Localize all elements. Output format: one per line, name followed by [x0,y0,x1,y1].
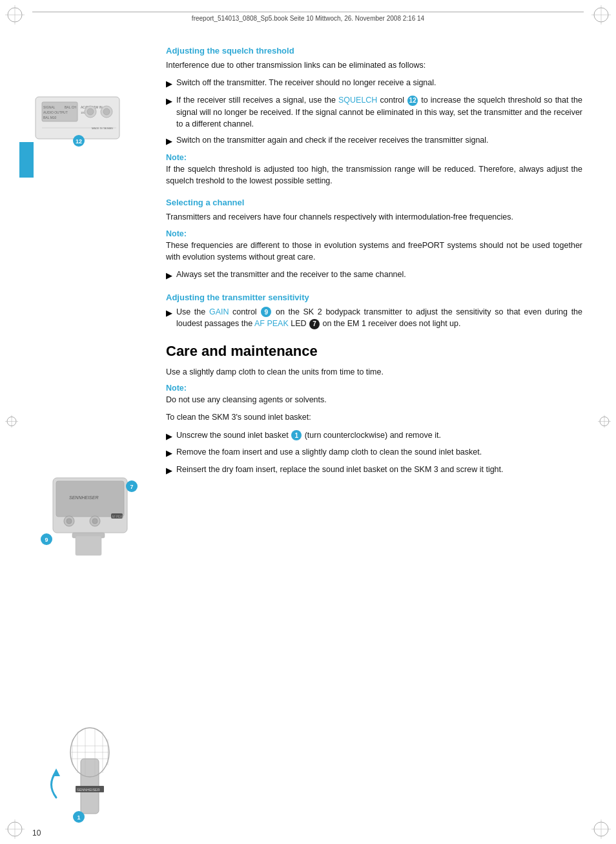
page-number: 10 [32,829,41,838]
svg-marker-62 [52,768,60,776]
bullet-arrow-care-1: ▶ [166,430,172,443]
afpeak-highlight: AF PEAK [254,319,289,328]
sensitivity-bullet-text: Use the GAIN control 9 on the SK 2 bodyp… [176,306,582,331]
mid-mark-left [5,415,18,429]
channel-note: Note: These frequencies are different to… [166,229,582,264]
svg-text:SENNHEISER: SENNHEISER [77,788,100,792]
svg-point-40 [92,519,98,524]
gain-highlight: GAIN [209,307,229,316]
bullet-arrow-care-3: ▶ [166,464,172,477]
care-section: Care and maintenance Use a slightly damp… [166,343,582,477]
microphone-device-image: SENNHEISER 1 [37,707,150,829]
channel-section: Selecting a channel Transmitters and rec… [166,198,582,282]
squelch-bullet-1: ▶ Switch off the transmitter. The receiv… [166,77,582,90]
badge-7: 7 [309,319,320,329]
channel-note-text: These frequencies are different to those… [166,240,582,264]
header-bar: freeport_514013_0808_Sp5.book Seite 10 M… [32,12,584,23]
squelch-intro: Interference due to other transmission l… [166,59,582,72]
squelch-heading: Adjusting the squelch threshold [166,46,582,56]
squelch-bullet-1-text: Switch off the transmitter. The receiver… [176,77,582,89]
squelch-note-label: Note: [166,153,582,162]
svg-text:7: 7 [130,484,133,490]
badge-9: 9 [261,307,271,317]
squelch-bullet-2: ▶ If the receiver still receives a signa… [166,94,582,130]
care-intro: Use a slightly damp cloth to clean the u… [166,366,582,378]
corner-mark-bottom-right [591,819,611,839]
channel-note-label: Note: [166,229,582,238]
bullet-arrow-2: ▶ [166,95,172,108]
squelch-section: Adjusting the squelch threshold Interfer… [166,46,582,187]
squelch-bullet-2-text: If the receiver still receives a signal,… [176,94,582,130]
mid-mark-right [598,415,611,429]
bullet-arrow-sens: ▶ [166,307,172,320]
care-skm-intro: To clean the SKM 3's sound inlet basket: [166,411,582,424]
care-note-label: Note: [166,384,582,393]
care-bullet-3: ▶ Reinsert the dry foam insert, replace … [166,464,582,477]
blue-accent-bar [19,142,34,178]
channel-bullet: ▶ Always set the transmitter and the rec… [166,269,582,282]
bullet-arrow-1: ▶ [166,77,172,90]
squelch-bullet-3: ▶ Switch on the transmitter again and ch… [166,134,582,148]
squelch-bullet-3-text: Switch on the transmitter again and chec… [176,134,582,147]
bodypack-device-image: SENNHEISER AF PEAK 7 9 [34,475,153,564]
corner-mark-top-right [591,5,611,25]
svg-text:9: 9 [45,537,48,543]
care-bullet-2-text: Remove the foam insert and use a slightl… [176,446,582,458]
channel-bullet-text: Always set the transmitter and the recei… [176,269,582,281]
svg-text:SENNHEISER: SENNHEISER [69,495,99,500]
sensitivity-heading: Adjusting the transmitter sensitivity [166,293,582,302]
squelch-note-text: If the squelch threshold is adjusted too… [166,163,582,188]
corner-mark-top-left [5,5,25,25]
corner-mark-bottom-left [5,819,25,839]
squelch-highlight: SQUELCH [338,96,377,105]
svg-text:AF PEAK: AF PEAK [112,515,124,519]
channel-intro: Transmitters and receivers have four cha… [166,211,582,223]
svg-rect-48 [76,536,101,555]
svg-text:1: 1 [77,814,80,821]
care-note-text: Do not use any cleansing agents or solve… [166,394,582,406]
care-heading: Care and maintenance [166,343,582,360]
bullet-arrow-ch: ▶ [166,269,172,282]
badge-1-care: 1 [291,430,302,440]
bullet-arrow-3: ▶ [166,135,172,148]
sensitivity-bullet: ▶ Use the GAIN control 9 on the SK 2 bod… [166,306,582,331]
care-bullet-1-text: Unscrew the sound inlet basket 1 (turn c… [176,429,582,442]
bullet-arrow-care-2: ▶ [166,447,172,460]
channel-heading: Selecting a channel [166,198,582,207]
sensitivity-section: Adjusting the transmitter sensitivity ▶ … [166,293,582,331]
header-text: freeport_514013_0808_Sp5.book Seite 10 M… [192,15,424,22]
badge-12: 12 [407,96,418,106]
care-bullet-3-text: Reinsert the dry foam insert, replace th… [176,464,582,476]
squelch-note: Note: If the squelch threshold is adjust… [166,153,582,188]
care-bullet-1: ▶ Unscrew the sound inlet basket 1 (turn… [166,429,582,443]
care-note: Note: Do not use any cleansing agents or… [166,384,582,406]
care-bullet-2: ▶ Remove the foam insert and use a sligh… [166,446,582,460]
svg-point-38 [67,519,72,524]
